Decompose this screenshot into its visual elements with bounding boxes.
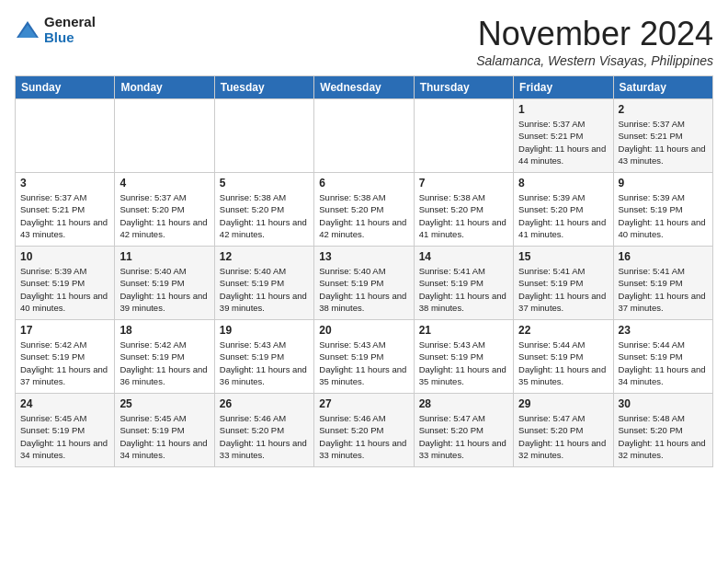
calendar-cell: [414, 99, 513, 173]
calendar-cell: 25Sunrise: 5:45 AM Sunset: 5:19 PM Dayli…: [115, 394, 214, 467]
day-info: Sunrise: 5:39 AM Sunset: 5:20 PM Dayligh…: [518, 191, 608, 240]
calendar-cell: 3Sunrise: 5:37 AM Sunset: 5:21 PM Daylig…: [16, 173, 115, 247]
calendar-cell: 14Sunrise: 5:41 AM Sunset: 5:19 PM Dayli…: [414, 247, 513, 320]
day-info: Sunrise: 5:44 AM Sunset: 5:19 PM Dayligh…: [518, 339, 608, 387]
day-number: 13: [319, 250, 408, 263]
day-info: Sunrise: 5:40 AM Sunset: 5:19 PM Dayligh…: [220, 265, 309, 314]
day-number: 17: [20, 324, 109, 337]
weekday-header: Friday: [514, 76, 613, 99]
day-number: 20: [319, 324, 408, 337]
calendar-cell: 4Sunrise: 5:37 AM Sunset: 5:20 PM Daylig…: [115, 173, 214, 247]
calendar-cell: [16, 99, 115, 173]
calendar-cell: [115, 99, 214, 173]
weekday-header: Thursday: [414, 76, 513, 99]
calendar-header-row: SundayMondayTuesdayWednesdayThursdayFrid…: [16, 76, 713, 99]
calendar-table: SundayMondayTuesdayWednesdayThursdayFrid…: [15, 75, 713, 467]
day-info: Sunrise: 5:37 AM Sunset: 5:21 PM Dayligh…: [20, 191, 109, 240]
calendar-cell: 12Sunrise: 5:40 AM Sunset: 5:19 PM Dayli…: [214, 247, 313, 320]
calendar-cell: 20Sunrise: 5:43 AM Sunset: 5:19 PM Dayli…: [314, 320, 414, 394]
calendar-cell: 29Sunrise: 5:47 AM Sunset: 5:20 PM Dayli…: [514, 394, 613, 467]
day-info: Sunrise: 5:43 AM Sunset: 5:19 PM Dayligh…: [319, 339, 408, 387]
location-subtitle: Salamanca, Western Visayas, Philippines: [476, 53, 713, 68]
day-number: 30: [619, 397, 708, 410]
day-number: 5: [220, 177, 309, 190]
day-number: 12: [220, 250, 309, 263]
weekday-header: Tuesday: [214, 76, 313, 99]
day-number: 21: [419, 324, 508, 337]
day-info: Sunrise: 5:38 AM Sunset: 5:20 PM Dayligh…: [419, 191, 508, 240]
day-info: Sunrise: 5:44 AM Sunset: 5:19 PM Dayligh…: [619, 339, 708, 387]
calendar-cell: 30Sunrise: 5:48 AM Sunset: 5:20 PM Dayli…: [613, 394, 712, 467]
calendar-cell: 18Sunrise: 5:42 AM Sunset: 5:19 PM Dayli…: [115, 320, 214, 394]
day-number: 1: [518, 103, 608, 116]
calendar-cell: 11Sunrise: 5:40 AM Sunset: 5:19 PM Dayli…: [115, 247, 214, 320]
day-info: Sunrise: 5:41 AM Sunset: 5:19 PM Dayligh…: [518, 265, 608, 314]
day-number: 4: [119, 177, 209, 190]
calendar-cell: 27Sunrise: 5:46 AM Sunset: 5:20 PM Dayli…: [314, 394, 414, 467]
day-number: 3: [20, 177, 109, 190]
logo-icon: [15, 17, 40, 43]
day-number: 10: [20, 250, 109, 263]
day-info: Sunrise: 5:42 AM Sunset: 5:19 PM Dayligh…: [119, 339, 209, 387]
calendar-cell: 15Sunrise: 5:41 AM Sunset: 5:19 PM Dayli…: [514, 247, 613, 320]
calendar-week-row: 1Sunrise: 5:37 AM Sunset: 5:21 PM Daylig…: [16, 99, 713, 173]
day-number: 26: [220, 397, 309, 410]
calendar-cell: 5Sunrise: 5:38 AM Sunset: 5:20 PM Daylig…: [214, 173, 313, 247]
day-number: 22: [518, 324, 608, 337]
day-info: Sunrise: 5:39 AM Sunset: 5:19 PM Dayligh…: [20, 265, 109, 314]
weekday-header: Sunday: [16, 76, 115, 99]
calendar-cell: 16Sunrise: 5:41 AM Sunset: 5:19 PM Dayli…: [613, 247, 712, 320]
calendar-cell: 8Sunrise: 5:39 AM Sunset: 5:20 PM Daylig…: [514, 173, 613, 247]
day-info: Sunrise: 5:37 AM Sunset: 5:21 PM Dayligh…: [518, 118, 608, 167]
calendar-cell: 28Sunrise: 5:47 AM Sunset: 5:20 PM Dayli…: [414, 394, 513, 467]
calendar-cell: 26Sunrise: 5:46 AM Sunset: 5:20 PM Dayli…: [214, 394, 313, 467]
logo-blue-text: Blue: [44, 30, 96, 46]
day-info: Sunrise: 5:37 AM Sunset: 5:20 PM Dayligh…: [119, 191, 209, 240]
calendar-week-row: 3Sunrise: 5:37 AM Sunset: 5:21 PM Daylig…: [16, 173, 713, 247]
calendar-cell: 6Sunrise: 5:38 AM Sunset: 5:20 PM Daylig…: [314, 173, 414, 247]
logo-general-text: General: [44, 15, 96, 30]
weekday-header: Monday: [115, 76, 214, 99]
day-number: 14: [419, 250, 508, 263]
weekday-header: Saturday: [613, 76, 712, 99]
title-area: November 2024 Salamanca, Western Visayas…: [476, 15, 713, 68]
day-number: 11: [119, 250, 209, 263]
day-info: Sunrise: 5:37 AM Sunset: 5:21 PM Dayligh…: [619, 118, 708, 167]
calendar-week-row: 24Sunrise: 5:45 AM Sunset: 5:19 PM Dayli…: [16, 394, 713, 467]
calendar-cell: [214, 99, 313, 173]
day-number: 8: [518, 177, 608, 190]
day-info: Sunrise: 5:41 AM Sunset: 5:19 PM Dayligh…: [419, 265, 508, 314]
day-number: 23: [619, 324, 708, 337]
day-number: 19: [220, 324, 309, 337]
day-info: Sunrise: 5:48 AM Sunset: 5:20 PM Dayligh…: [619, 412, 708, 461]
day-info: Sunrise: 5:45 AM Sunset: 5:19 PM Dayligh…: [20, 412, 109, 461]
page-header: General Blue November 2024 Salamanca, We…: [15, 15, 713, 68]
calendar-week-row: 17Sunrise: 5:42 AM Sunset: 5:19 PM Dayli…: [16, 320, 713, 394]
day-info: Sunrise: 5:40 AM Sunset: 5:19 PM Dayligh…: [119, 265, 209, 314]
calendar-cell: 1Sunrise: 5:37 AM Sunset: 5:21 PM Daylig…: [514, 99, 613, 173]
day-info: Sunrise: 5:42 AM Sunset: 5:19 PM Dayligh…: [20, 339, 109, 387]
day-number: 25: [119, 397, 209, 410]
day-number: 7: [419, 177, 508, 190]
calendar-cell: 9Sunrise: 5:39 AM Sunset: 5:19 PM Daylig…: [613, 173, 712, 247]
day-number: 27: [319, 397, 408, 410]
day-info: Sunrise: 5:46 AM Sunset: 5:20 PM Dayligh…: [319, 412, 408, 461]
day-info: Sunrise: 5:47 AM Sunset: 5:20 PM Dayligh…: [518, 412, 608, 461]
logo: General Blue: [15, 15, 96, 45]
day-info: Sunrise: 5:45 AM Sunset: 5:19 PM Dayligh…: [119, 412, 209, 461]
calendar-cell: 21Sunrise: 5:43 AM Sunset: 5:19 PM Dayli…: [414, 320, 513, 394]
day-number: 29: [518, 397, 608, 410]
day-number: 6: [319, 177, 408, 190]
calendar-cell: 13Sunrise: 5:40 AM Sunset: 5:19 PM Dayli…: [314, 247, 414, 320]
day-number: 9: [619, 177, 708, 190]
calendar-cell: 7Sunrise: 5:38 AM Sunset: 5:20 PM Daylig…: [414, 173, 513, 247]
day-number: 18: [119, 324, 209, 337]
day-info: Sunrise: 5:39 AM Sunset: 5:19 PM Dayligh…: [619, 191, 708, 240]
calendar-cell: 19Sunrise: 5:43 AM Sunset: 5:19 PM Dayli…: [214, 320, 313, 394]
day-number: 28: [419, 397, 508, 410]
day-info: Sunrise: 5:38 AM Sunset: 5:20 PM Dayligh…: [220, 191, 309, 240]
calendar-cell: [314, 99, 414, 173]
calendar-cell: 17Sunrise: 5:42 AM Sunset: 5:19 PM Dayli…: [16, 320, 115, 394]
calendar-cell: 10Sunrise: 5:39 AM Sunset: 5:19 PM Dayli…: [16, 247, 115, 320]
day-info: Sunrise: 5:47 AM Sunset: 5:20 PM Dayligh…: [419, 412, 508, 461]
